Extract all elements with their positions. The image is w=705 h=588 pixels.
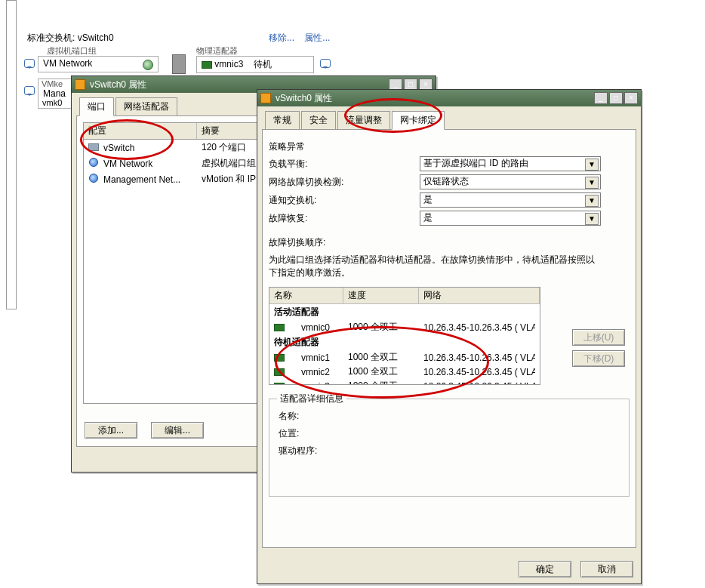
nic-row[interactable]: vmnic1 1000 全双工 10.26.3.45-10.26.3.45 ( … (269, 350, 540, 365)
failover-select[interactable]: 仅链路状态 (420, 174, 601, 189)
nic-speed: 1000 全双工 (348, 380, 423, 385)
remove-link[interactable]: 移除... (269, 32, 294, 43)
left-panel-fragment (6, 0, 17, 309)
tab-shaping[interactable]: 流量调整 (337, 111, 390, 129)
nic-speed: 1000 全双工 (348, 365, 423, 378)
col-name[interactable]: 名称 (269, 288, 343, 303)
row-name: vSwitch (100, 143, 199, 153)
nic-row[interactable]: vmnic2 1000 全双工 10.26.3.45-10.26.3.45 ( … (269, 365, 540, 379)
vmnic3-state: 待机 (254, 59, 272, 69)
cancel-button[interactable]: 取消 (580, 561, 633, 577)
edit-button[interactable]: 编辑... (151, 422, 204, 439)
speech-icon[interactable] (320, 59, 331, 68)
nic-name: vmnic2 (288, 367, 348, 377)
hub-icon (172, 54, 186, 74)
adapter-detail-box: 适配器详细信息 名称: 位置: 驱动程序: (269, 399, 630, 497)
notify-select[interactable]: 是 (420, 192, 601, 208)
nic-network: 10.26.3.45-10.26.3.45 ( VLAN 3 ),... (423, 381, 535, 386)
move-up-button[interactable]: 上移(U) (572, 329, 625, 346)
nic-network: 10.26.3.45-10.26.3.45 ( VLAN 3 ),... (423, 322, 535, 333)
speech-icon[interactable] (24, 59, 35, 68)
col-config[interactable]: 配置 (84, 123, 197, 139)
nic-icon (274, 354, 285, 362)
globe-icon (143, 60, 153, 70)
dialog-title: vSwitch0 属性 (276, 92, 332, 105)
ok-button[interactable]: 确定 (519, 561, 571, 577)
row-name: Management Net... (100, 174, 199, 185)
order-desc: 为此端口组选择活动适配器和待机适配器。在故障切换情形中，待机适配器按照以下指定的… (269, 254, 601, 279)
tab-security[interactable]: 安全 (301, 111, 336, 129)
policy-header: 策略异常 (269, 140, 630, 153)
nic-name: vmnic0 (288, 322, 348, 333)
group-active: 活动适配器 (269, 304, 540, 320)
detail-driver-label: 驱动程序: (279, 445, 620, 457)
maximize-button[interactable]: □ (609, 92, 623, 104)
lb-select[interactable]: 基于源虚拟端口 ID 的路由 (420, 156, 601, 171)
dialog2-footer-buttons: 确定 取消 (519, 561, 633, 577)
nic-list-header: 名称 速度 网络 (269, 288, 540, 304)
col-network[interactable]: 网络 (419, 288, 540, 303)
lb-value: 基于源虚拟端口 ID 的路由 (423, 158, 528, 168)
group-standby: 待机适配器 (269, 334, 540, 350)
nic-name: vmnic1 (288, 352, 348, 363)
rollback-select[interactable]: 是 (420, 211, 601, 226)
rollback-value: 是 (423, 212, 433, 223)
globe-icon (89, 174, 98, 183)
switch-icon (88, 143, 99, 151)
minimize-button[interactable]: _ (594, 92, 608, 104)
nic-row[interactable]: vmnic3 1000 全双工 10.26.3.45-10.26.3.45 ( … (269, 379, 540, 385)
row-summary: vMotion 和 IP ... (199, 173, 266, 186)
move-buttons: 上移(U) 下移(D) (572, 329, 625, 367)
nic-icon (274, 383, 285, 385)
order-header: 故障切换顺序: (269, 236, 630, 249)
nic-list: 名称 速度 网络 活动适配器 vmnic0 1000 全双工 10.26.3.4… (269, 287, 540, 385)
vm-network-label: VM Network (43, 58, 92, 69)
tab-content-teaming: 策略异常 负载平衡: 基于源虚拟端口 ID 的路由 网络故障切换检测: 仅链路状… (262, 130, 636, 548)
move-down-button[interactable]: 下移(D) (572, 350, 625, 367)
portgroup-label: 虚拟机端口组 (47, 45, 97, 57)
nic-name: vmnic3 (288, 381, 348, 386)
switch-action-links: 移除... 属性... (269, 32, 330, 45)
vm-network-group: VM Network (38, 56, 159, 72)
titlebar[interactable]: vSwitch0 属性 _ □ × (257, 90, 641, 106)
properties-link[interactable]: 属性... (304, 32, 330, 43)
detail-location-label: 位置: (279, 427, 620, 440)
nic-network: 10.26.3.45-10.26.3.45 ( VLAN 3 ),... (423, 352, 535, 363)
row-summary: 虚拟机端口组 (199, 157, 256, 170)
app-icon (260, 93, 271, 103)
tab-ports[interactable]: 端口 (79, 97, 114, 116)
tab-general[interactable]: 常规 (265, 111, 300, 129)
tab-teaming[interactable]: 网卡绑定 (392, 111, 445, 130)
tabrow: 常规 安全 流量调整 网卡绑定 (262, 111, 636, 130)
lb-label: 负载平衡: (269, 158, 420, 171)
dialog-title: vSwitch0 属性 (90, 79, 146, 91)
globe-icon (89, 158, 98, 167)
col-speed[interactable]: 速度 (343, 288, 419, 303)
tab-adapters[interactable]: 网络适配器 (115, 97, 177, 115)
notify-label: 通知交换机: (269, 194, 420, 207)
app-icon (75, 79, 85, 90)
phys-nic-box: vmnic3 待机 (196, 56, 314, 73)
nic-icon (274, 324, 285, 331)
speech-icon[interactable] (24, 86, 35, 95)
mgmt-label: Mana (43, 88, 66, 99)
rollback-label: 故障恢复: (269, 212, 420, 225)
nic-row[interactable]: vmnic0 1000 全双工 10.26.3.45-10.26.3.45 ( … (269, 320, 540, 334)
row-name: VM Network (100, 159, 199, 169)
notify-value: 是 (423, 194, 433, 205)
dialog1-buttons: 添加... 编辑... (85, 422, 204, 439)
vswitch-properties-dialog-front: vSwitch0 属性 _ □ × 常规 安全 流量调整 网卡绑定 策略异常 负… (257, 89, 642, 584)
add-button[interactable]: 添加... (85, 422, 137, 439)
nic-speed: 1000 全双工 (348, 321, 423, 334)
nic-icon (274, 368, 285, 376)
nic-speed: 1000 全双工 (348, 351, 423, 364)
close-button[interactable]: × (624, 92, 638, 104)
detail-legend: 适配器详细信息 (277, 393, 346, 405)
nic-icon (202, 61, 212, 69)
vmk0-label: vmk0 (42, 98, 62, 107)
detail-name-label: 名称: (279, 410, 620, 423)
failover-label: 网络故障切换检测: (269, 176, 420, 189)
standard-switch-label: 标准交换机: vSwitch0 (27, 32, 114, 45)
row-summary: 120 个端口 (199, 141, 246, 154)
failover-value: 仅链路状态 (423, 176, 469, 186)
